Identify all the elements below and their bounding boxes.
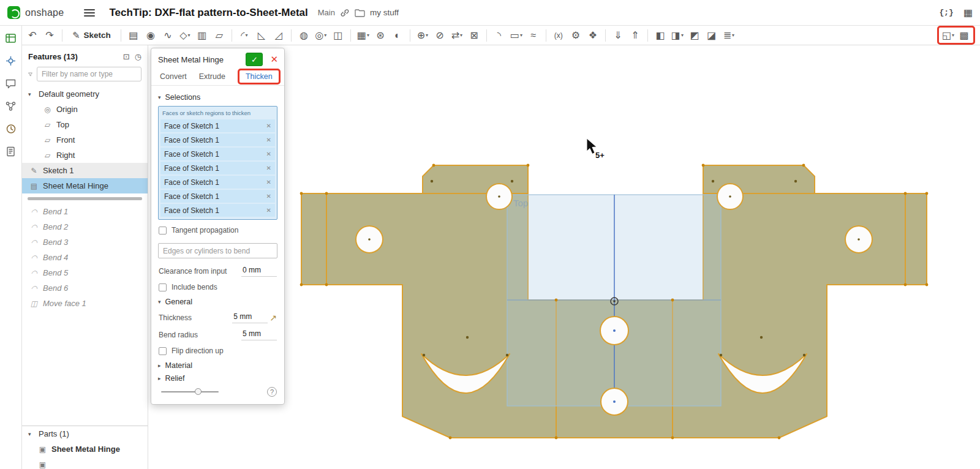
list-item-face[interactable]: Face of Sketch 1✕ bbox=[160, 119, 275, 132]
workspace-name[interactable]: Main bbox=[318, 8, 335, 17]
elements-grid-icon[interactable]: ▦ bbox=[963, 7, 973, 18]
offset-surface-icon[interactable]: ▱ bbox=[211, 28, 227, 43]
material-section-header[interactable]: ▸ Material bbox=[158, 361, 277, 370]
confirm-button[interactable]: ✓ bbox=[246, 53, 263, 66]
version-history-icon[interactable] bbox=[4, 121, 18, 136]
tab-bar-icon[interactable] bbox=[4, 31, 18, 45]
list-item-face[interactable]: Face of Sketch 1✕ bbox=[160, 148, 275, 160]
tree-item-right-plane[interactable]: ▱ Right bbox=[22, 148, 148, 163]
list-item-partial[interactable]: ▣ bbox=[22, 457, 148, 469]
split-icon[interactable]: ⊘ bbox=[432, 28, 448, 43]
bend-radius-input[interactable]: 5 mm bbox=[241, 329, 277, 340]
tree-item-bend-5[interactable]: ◠ Bend 5 bbox=[22, 265, 148, 280]
tree-item-top-plane[interactable]: ▱ Top bbox=[22, 117, 148, 132]
sketch-button[interactable]: ✎Sketch bbox=[67, 28, 116, 43]
tree-item-bend-1[interactable]: ◠ Bend 1 bbox=[22, 204, 148, 219]
featurescript-gear-icon[interactable]: ⚙ bbox=[568, 28, 584, 43]
configurations-icon[interactable] bbox=[4, 53, 18, 68]
filter-funnel-icon[interactable] bbox=[28, 70, 32, 79]
draft-icon[interactable]: ◿ bbox=[271, 28, 287, 43]
rollback-slider[interactable] bbox=[161, 391, 219, 392]
cancel-button[interactable]: ✕ bbox=[268, 54, 280, 65]
tab-convert[interactable]: Convert bbox=[160, 72, 187, 81]
delete-part-icon[interactable]: ⊠ bbox=[466, 28, 482, 43]
remove-selection-icon[interactable]: ✕ bbox=[266, 151, 271, 157]
relief-section-header[interactable]: ▸ Relief bbox=[158, 374, 277, 381]
rollback-bar[interactable] bbox=[28, 197, 142, 200]
tangent-propagation-checkbox[interactable] bbox=[159, 227, 167, 234]
feature-filter-input[interactable] bbox=[37, 67, 141, 81]
remove-selection-icon[interactable]: ✕ bbox=[266, 122, 271, 129]
revolve-icon[interactable]: ◉ bbox=[143, 28, 159, 43]
variable-icon[interactable]: (x) bbox=[551, 28, 567, 43]
list-item-face[interactable]: Face of Sketch 1✕ bbox=[160, 190, 275, 203]
sweep-icon[interactable]: ∿ bbox=[160, 28, 176, 43]
main-menu-button[interactable] bbox=[84, 9, 95, 17]
insert-feature-icon[interactable]: ⊡ bbox=[123, 52, 130, 61]
sheet-metal-corner-icon[interactable]: ◪ bbox=[704, 28, 720, 43]
tree-item-bend-4[interactable]: ◠ Bend 4 bbox=[22, 250, 148, 265]
chamfer-icon[interactable]: ◺ bbox=[254, 28, 270, 43]
tab-thicken[interactable]: Thicken bbox=[246, 72, 273, 81]
list-item-face[interactable]: Face of Sketch 1✕ bbox=[160, 176, 275, 189]
chevron-down-icon[interactable]: ▾ bbox=[28, 91, 34, 97]
helix-icon[interactable]: ≈ bbox=[526, 28, 541, 43]
slider-handle[interactable] bbox=[195, 388, 202, 395]
tree-item-front-plane[interactable]: ▱ Front bbox=[22, 132, 148, 148]
sheet-metal-flange-icon[interactable]: ◨▾ bbox=[669, 28, 685, 43]
transform-icon[interactable]: ⇄▾ bbox=[449, 28, 465, 43]
tab-extrude[interactable]: Extrude bbox=[199, 72, 225, 81]
tree-item-sheet-metal-hinge[interactable]: ▤ Sheet Metal Hinge bbox=[22, 178, 148, 193]
plane-icon[interactable]: ▭▾ bbox=[508, 28, 524, 43]
featurescript-icon[interactable]: {;} bbox=[939, 8, 953, 17]
share-link-icon[interactable] bbox=[340, 8, 350, 18]
onshape-logo[interactable] bbox=[7, 6, 20, 19]
tree-item-move-face-1[interactable]: ◫ Move face 1 bbox=[22, 296, 148, 311]
direction-arrow-icon[interactable]: ↗ bbox=[270, 313, 277, 323]
list-item-face[interactable]: Face of Sketch 1✕ bbox=[160, 133, 275, 146]
tree-item-bend-6[interactable]: ◠ Bend 6 bbox=[22, 280, 148, 296]
edges-to-bend-input[interactable] bbox=[158, 243, 277, 258]
sheet-metal-model-icon[interactable]: ◧ bbox=[652, 28, 668, 43]
folder-name[interactable]: my stuff bbox=[370, 8, 399, 17]
tree-item-sketch-1[interactable]: ✎ Sketch 1 bbox=[22, 163, 148, 178]
import-icon[interactable]: ⇓ bbox=[610, 28, 626, 43]
parts-header[interactable]: ▾ Parts (1) bbox=[22, 426, 148, 441]
history-clock-icon[interactable]: ◷ bbox=[135, 52, 141, 61]
part-item-sheet-metal-hinge[interactable]: ▣ Sheet Metal Hinge bbox=[22, 441, 148, 457]
fillet-icon[interactable]: ◜▾ bbox=[236, 28, 252, 43]
circular-pattern-icon[interactable]: ⊛ bbox=[372, 28, 388, 43]
remove-selection-icon[interactable]: ✕ bbox=[266, 179, 271, 186]
properties-icon[interactable] bbox=[4, 144, 18, 159]
flat-pattern-view-icon[interactable]: ◱▾ bbox=[940, 28, 956, 43]
tree-item-bend-3[interactable]: ◠ Bend 3 bbox=[22, 234, 148, 250]
remove-selection-icon[interactable]: ✕ bbox=[266, 207, 271, 214]
tree-item-origin[interactable]: ◎ Origin bbox=[22, 102, 148, 117]
chevron-down-icon[interactable]: ▾ bbox=[28, 431, 34, 437]
mirror-icon[interactable]: ◐ bbox=[390, 28, 405, 43]
list-item-face[interactable]: Face of Sketch 1✕ bbox=[160, 204, 275, 217]
sheet-metal-table-icon[interactable]: ≣▾ bbox=[721, 28, 737, 43]
help-icon[interactable]: ? bbox=[267, 387, 277, 397]
clearance-input[interactable]: 0 mm bbox=[241, 265, 277, 277]
include-bends-checkbox[interactable] bbox=[159, 283, 167, 291]
shell-icon[interactable]: ◍ bbox=[296, 28, 312, 43]
custom-feature-icon[interactable]: ❖ bbox=[585, 28, 601, 43]
thickness-input[interactable]: 5 mm bbox=[232, 312, 268, 323]
remove-selection-icon[interactable]: ✕ bbox=[266, 165, 271, 171]
list-item-face[interactable]: Face of Sketch 1✕ bbox=[160, 162, 275, 174]
remove-selection-icon[interactable]: ✕ bbox=[266, 193, 271, 200]
remove-selection-icon[interactable]: ✕ bbox=[266, 137, 271, 143]
move-face-icon[interactable]: ◫ bbox=[330, 28, 346, 43]
loft-icon[interactable]: ◇▾ bbox=[177, 28, 193, 43]
extrude-icon[interactable]: ▤ bbox=[126, 28, 141, 43]
redo-button[interactable]: ↷ bbox=[42, 28, 58, 43]
hole-icon[interactable]: ◎▾ bbox=[313, 28, 329, 43]
sheet-metal-tab-icon[interactable]: ◩ bbox=[687, 28, 703, 43]
tree-item-bend-2[interactable]: ◠ Bend 2 bbox=[22, 219, 148, 234]
undo-button[interactable]: ↶ bbox=[24, 28, 40, 43]
linear-pattern-icon[interactable]: ▦▾ bbox=[355, 28, 371, 43]
general-section-header[interactable]: ▾ General bbox=[158, 298, 277, 306]
modify-fillet-icon[interactable]: ◝ bbox=[491, 28, 507, 43]
export-icon[interactable]: ⇑ bbox=[627, 28, 643, 43]
